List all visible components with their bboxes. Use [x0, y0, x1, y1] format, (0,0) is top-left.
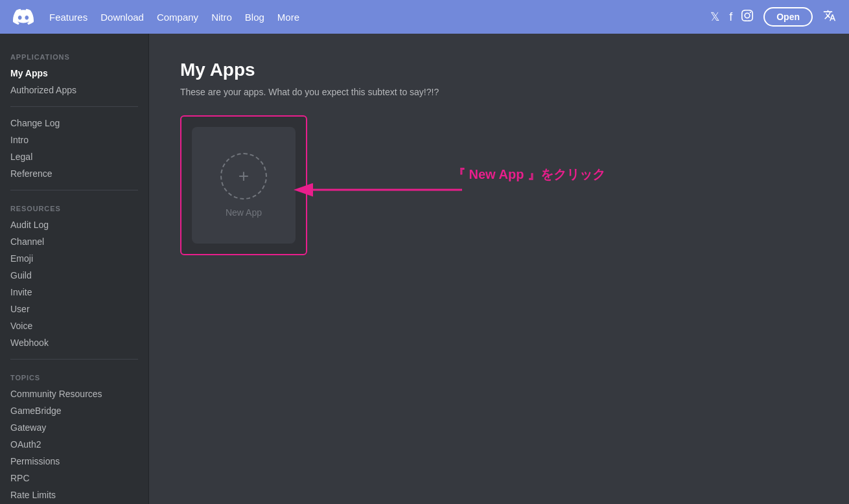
sidebar-rpc[interactable]: RPC — [0, 470, 148, 487]
sidebar-divider-1 — [10, 106, 138, 107]
nav-blog[interactable]: Blog — [245, 12, 264, 23]
new-app-label: New App — [226, 207, 262, 218]
sidebar-authorized-apps[interactable]: Authorized Apps — [0, 82, 148, 98]
sidebar-divider-3 — [10, 359, 138, 360]
sidebar-voice[interactable]: Voice — [0, 317, 148, 334]
plus-circle-icon: + — [220, 153, 267, 200]
main-content: My Apps These are your apps. What do you… — [149, 34, 849, 504]
sidebar-gateway[interactable]: Gateway — [0, 419, 148, 436]
sidebar-webhook[interactable]: Webhook — [0, 334, 148, 351]
sidebar-changelog[interactable]: Change Log — [0, 115, 148, 132]
social-icons: 𝕏 f — [710, 10, 753, 25]
sidebar-rate-limits[interactable]: Rate Limits — [0, 487, 148, 503]
applications-section: APPLICATIONS My Apps Authorized Apps — [0, 47, 148, 98]
sidebar-user[interactable]: User — [0, 301, 148, 317]
sidebar-permissions[interactable]: Permissions — [0, 453, 148, 470]
nav-features[interactable]: Features — [49, 12, 87, 23]
twitter-icon[interactable]: 𝕏 — [710, 10, 720, 24]
nav-more[interactable]: More — [277, 12, 299, 23]
discord-logo[interactable] — [13, 6, 34, 27]
page-title: My Apps — [180, 60, 818, 80]
sidebar-guild[interactable]: Guild — [0, 267, 148, 284]
sidebar-audit-log[interactable]: Audit Log — [0, 216, 148, 233]
sidebar-intro[interactable]: Intro — [0, 132, 148, 148]
apps-container: + New App — [180, 115, 307, 255]
new-app-card[interactable]: + New App — [192, 127, 296, 244]
sidebar-legal[interactable]: Legal — [0, 148, 148, 165]
translate-button[interactable] — [823, 9, 836, 25]
resources-title: RESOURCES — [0, 198, 148, 216]
nav-links: Features Download Company Nitro Blog Mor… — [49, 12, 299, 23]
nav-download[interactable]: Download — [100, 12, 144, 23]
sidebar-invite[interactable]: Invite — [0, 284, 148, 301]
sidebar-community-resources[interactable]: Community Resources — [0, 385, 148, 402]
docs-section: Change Log Intro Legal Reference — [0, 115, 148, 182]
main-layout: APPLICATIONS My Apps Authorized Apps Cha… — [0, 34, 849, 504]
open-button[interactable]: Open — [763, 7, 813, 27]
sidebar-emoji[interactable]: Emoji — [0, 250, 148, 267]
page-subtitle: These are your apps. What do you expect … — [180, 87, 818, 97]
sidebar-reference[interactable]: Reference — [0, 165, 148, 182]
nav-company[interactable]: Company — [157, 12, 198, 23]
applications-title: APPLICATIONS — [0, 47, 148, 65]
top-navigation: Features Download Company Nitro Blog Mor… — [0, 0, 849, 34]
topics-title: TOPICS — [0, 367, 148, 385]
sidebar-gamebridge[interactable]: GameBridge — [0, 402, 148, 419]
annotation-text: 『 New App 』をクリック — [452, 166, 605, 183]
sidebar-oauth2[interactable]: OAuth2 — [0, 436, 148, 453]
nav-right: 𝕏 f Open — [710, 7, 836, 27]
sidebar-my-apps[interactable]: My Apps — [0, 65, 148, 82]
arrow-annotation — [307, 174, 475, 206]
nav-nitro[interactable]: Nitro — [211, 12, 232, 23]
nav-left: Features Download Company Nitro Blog Mor… — [13, 6, 299, 27]
apps-area: + New App 『 New App 』をクリック — [180, 115, 307, 255]
sidebar: APPLICATIONS My Apps Authorized Apps Cha… — [0, 34, 149, 504]
facebook-icon[interactable]: f — [729, 10, 732, 24]
resources-section: RESOURCES Audit Log Channel Emoji Guild … — [0, 198, 148, 351]
sidebar-channel[interactable]: Channel — [0, 233, 148, 250]
instagram-icon[interactable] — [741, 10, 753, 25]
topics-section: TOPICS Community Resources GameBridge Ga… — [0, 367, 148, 503]
sidebar-divider-2 — [10, 190, 138, 190]
